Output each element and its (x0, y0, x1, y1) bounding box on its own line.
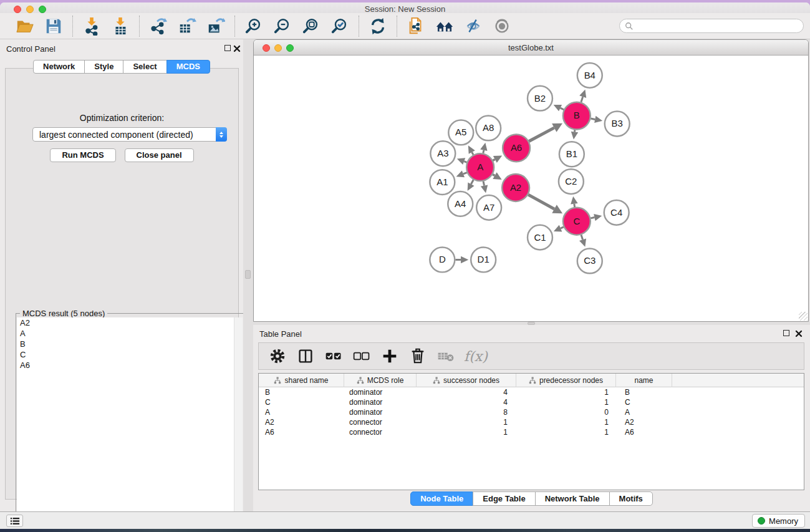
delete-table-icon[interactable] (435, 345, 457, 367)
tab-network[interactable]: Network (33, 60, 85, 74)
float-panel-icon[interactable] (224, 45, 231, 51)
tab-network-table[interactable]: Network Table (535, 491, 610, 506)
home-networks-icon[interactable] (433, 16, 456, 37)
panel-divider-vertical[interactable] (243, 39, 253, 511)
table-cell: C (616, 397, 672, 407)
graph-edge-B-B3[interactable] (591, 118, 595, 119)
zoom-out-icon[interactable] (271, 16, 294, 37)
column-header-successor-nodes[interactable]: successor nodes (417, 374, 516, 387)
graph-edge-arrowhead (457, 158, 465, 165)
graph-edge-A-A6[interactable] (493, 160, 494, 161)
run-mcds-button[interactable]: Run MCDS (50, 148, 115, 162)
search-input[interactable] (637, 21, 798, 31)
table-row[interactable]: Cdominator41C (259, 397, 804, 407)
toolbar-separator (359, 16, 359, 37)
select-all-icon[interactable] (322, 345, 345, 367)
zoom-selected-icon[interactable] (329, 16, 351, 37)
show-column-icon[interactable] (294, 345, 317, 367)
memory-button[interactable]: Memory (752, 514, 805, 528)
hide-graphics-icon[interactable] (462, 16, 485, 37)
add-column-icon[interactable] (378, 345, 401, 367)
table-row[interactable]: Adominator80A (259, 407, 804, 417)
window-resize-grip[interactable] (799, 312, 808, 321)
status-bar: Memory (0, 511, 810, 529)
task-history-button[interactable] (6, 515, 23, 527)
tab-select[interactable]: Select (123, 60, 166, 74)
mcds-result-item[interactable]: A2 (17, 317, 234, 328)
optimization-criterion-select[interactable]: largest connected component (directed) (32, 127, 227, 142)
tab-motifs[interactable]: Motifs (609, 491, 653, 506)
column-header-filler (672, 374, 804, 387)
graph-edge-C-C4[interactable] (591, 218, 594, 218)
column-header-name[interactable]: name (616, 374, 672, 387)
sort-hierarchy-icon (357, 377, 364, 384)
function-builder-icon[interactable]: f(x) (463, 349, 488, 364)
graph-edge-C-C1[interactable] (561, 227, 564, 228)
table-row[interactable]: Bdominator41B (259, 387, 804, 397)
graph-edge-A-A4[interactable] (471, 180, 473, 184)
close-panel-icon[interactable] (795, 329, 803, 336)
zoom-fit-icon[interactable] (300, 16, 322, 37)
node-table[interactable]: shared nameMCDS rolesuccessor nodesprede… (258, 373, 804, 490)
graph-node-label: A2 (510, 182, 521, 193)
export-table-icon[interactable] (176, 16, 198, 37)
tab-style[interactable]: Style (84, 60, 123, 74)
graph-node-label: B (574, 110, 580, 121)
mcds-result-item[interactable]: B (17, 339, 234, 349)
mcds-result-item[interactable]: C (17, 349, 234, 360)
graph-edge-A-A5[interactable] (472, 152, 473, 155)
clone-network-icon[interactable] (405, 16, 427, 37)
selected-criterion: largest connected component (directed) (33, 130, 216, 140)
refresh-layout-icon[interactable] (367, 16, 389, 37)
float-panel-icon[interactable] (783, 330, 789, 336)
network-canvas[interactable]: B4B2BB3A8A5A6A3B1AA1C2A2A4A7C4CC1DD1C3 (254, 56, 808, 321)
graph-edge-B-B4[interactable] (581, 97, 583, 102)
graph-node-label: D (439, 254, 446, 264)
eye-icon[interactable] (491, 16, 513, 37)
import-network-icon[interactable] (80, 16, 103, 37)
open-file-icon[interactable] (14, 16, 36, 37)
graph-edge-arrowhead (461, 256, 468, 264)
tab-mcds[interactable]: MCDS (166, 60, 210, 74)
control-panel-tabs: NetworkStyleSelectMCDS (0, 60, 243, 74)
table-settings-gear-icon[interactable] (266, 345, 289, 367)
table-row[interactable]: A2connector11A2 (259, 417, 804, 427)
table-row[interactable]: A6connector11A6 (259, 427, 804, 437)
column-header-mcds-role[interactable]: MCDS role (344, 374, 417, 387)
export-image-icon[interactable] (205, 16, 227, 37)
network-window-titlebar: testGlobe.txt (254, 40, 808, 56)
mcds-result-list[interactable]: A2ABCA6 (17, 317, 234, 525)
close-panel-icon[interactable] (233, 44, 241, 51)
graph-edge-B-B2[interactable] (561, 108, 564, 110)
zoom-in-icon[interactable] (243, 16, 265, 37)
tab-node-table[interactable]: Node Table (410, 491, 473, 506)
graph-edge-A-A7[interactable] (483, 181, 485, 186)
graph-node-label: A7 (483, 202, 494, 213)
column-header-predecessor-nodes[interactable]: predecessor nodes (516, 374, 616, 387)
export-network-icon[interactable] (147, 16, 170, 37)
import-table-icon[interactable] (109, 16, 132, 37)
deselect-all-icon[interactable] (350, 345, 373, 367)
graph-edge-A6-B[interactable] (529, 128, 554, 142)
graph-edge-A2-C[interactable] (528, 195, 554, 209)
graph-edge-C-C3[interactable] (581, 235, 583, 240)
search-field[interactable] (619, 19, 804, 33)
graph-edge-C-C2[interactable] (574, 204, 575, 207)
mcds-result-scrollbar[interactable] (234, 317, 243, 525)
sort-hierarchy-icon (433, 377, 440, 384)
table-cell: A2 (259, 417, 344, 427)
graph-edge-A-A8[interactable] (483, 150, 484, 153)
column-header-shared-name[interactable]: shared name (259, 374, 344, 387)
close-panel-button[interactable]: Close panel (125, 148, 194, 162)
save-session-icon[interactable] (42, 16, 65, 37)
graph-edge-A-A3[interactable] (464, 162, 466, 163)
mcds-result-item[interactable]: A (17, 328, 234, 339)
delete-column-icon[interactable] (407, 345, 429, 367)
mcds-result-item[interactable]: A6 (17, 360, 234, 370)
mcds-result-title: MCDS result (5 nodes) (20, 309, 107, 318)
table-cell: dominator (344, 397, 417, 407)
divider-grip[interactable] (245, 270, 251, 279)
graph-edge-A-A1[interactable] (463, 173, 467, 174)
graph-edge-A-A2[interactable] (493, 175, 494, 176)
tab-edge-table[interactable]: Edge Table (473, 491, 535, 506)
